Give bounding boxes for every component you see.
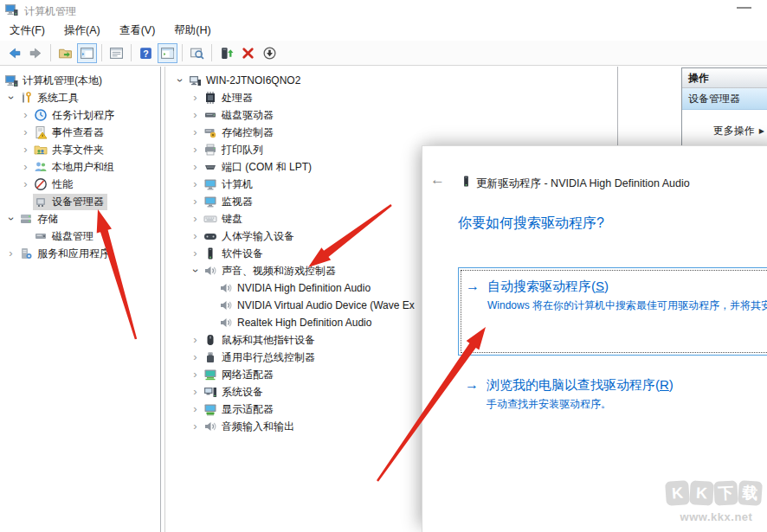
console-tree-item-task-scheduler[interactable]: ›任务计划程序 [0, 106, 160, 124]
toolbar-properties-button[interactable] [106, 43, 126, 63]
collapsed-chevron-icon[interactable]: › [188, 349, 203, 366]
storage-icon [19, 212, 33, 226]
actions-header: 操作 [682, 68, 767, 88]
tree-item-label: 软件设备 [222, 247, 263, 261]
hid-icon [203, 229, 217, 243]
console-tree-item-storage[interactable]: ›存储 [0, 210, 160, 228]
computer-management-window: { "window": { "title": "计算机管理" }, "menu"… [0, 0, 767, 532]
device-tree-item-computer-win-2jtnoi6qno2[interactable]: ›WIN-2JTNOI6QNO2 [166, 72, 617, 89]
collapsed-chevron-icon[interactable]: › [188, 176, 203, 193]
toolbar-disable-button[interactable] [260, 43, 280, 63]
expanded-chevron-icon[interactable]: › [3, 212, 20, 227]
find-icon [190, 46, 204, 61]
collapsed-chevron-icon[interactable]: › [188, 383, 203, 401]
device-tree-item-disk-drives[interactable]: ›磁盘驱动器 [166, 106, 617, 124]
toolbar-show-console-tree-button[interactable] [77, 43, 97, 63]
menu-view[interactable]: 查看(V) [110, 20, 165, 41]
option-browse-title: 浏览我的电脑以查找驱动程序(R) [487, 376, 674, 394]
collapsed-chevron-icon[interactable]: › [188, 245, 203, 262]
expanded-chevron-icon[interactable]: › [3, 91, 20, 106]
tree-item-label: 设备管理器 [52, 195, 104, 209]
tree-item-label: WIN-2JTNOI6QNO2 [206, 74, 300, 87]
toolbar-export-list-button[interactable] [55, 43, 75, 63]
collapsed-chevron-icon[interactable]: › [188, 331, 203, 349]
menu-action[interactable]: 操作(A) [55, 20, 110, 41]
console-tree-item-event-viewer[interactable]: ›事件查看器 [0, 124, 160, 141]
tree-item-label: 打印队列 [222, 143, 263, 157]
console-tree-item-system-tools[interactable]: ›系统工具 [0, 89, 160, 106]
collapsed-chevron-icon[interactable]: › [188, 124, 203, 141]
collapsed-chevron-icon[interactable]: › [188, 158, 203, 176]
device-tree-item-storage-controllers[interactable]: ›存储控制器 [166, 124, 617, 141]
storage-controller-icon [203, 125, 217, 139]
dialog-title: 更新驱动程序 - NVIDIA High Definition Audio [476, 176, 690, 191]
update-driver-icon [219, 46, 234, 61]
option-arrow-icon: → [466, 278, 480, 313]
minimize-button[interactable] [737, 7, 751, 9]
option-auto-search-drivers[interactable]: → 自动搜索驱动程序(S) Windows 将在你的计算机中搜索最佳可用驱动程序… [458, 267, 767, 356]
toolbar-forward-button[interactable] [26, 43, 46, 63]
toolbar-help-button[interactable]: ? [136, 43, 156, 63]
toolbar-uninstall-button[interactable] [238, 43, 258, 63]
menu-help[interactable]: 帮助(H) [164, 20, 220, 41]
collapsed-chevron-icon[interactable]: › [188, 401, 203, 418]
tree-item-label: 任务计划程序 [52, 108, 114, 123]
actions-device-manager-item[interactable]: 设备管理器 [682, 88, 767, 110]
dialog-back-button[interactable]: ← [430, 172, 445, 188]
display-adapter-icon [203, 402, 217, 416]
collapsed-chevron-icon[interactable]: › [188, 89, 203, 106]
sound-icon [203, 420, 217, 433]
device-tree-item-processors[interactable]: ›处理器 [166, 89, 617, 106]
pane-divider [164, 67, 165, 532]
tree-item-label: 存储 [37, 212, 58, 227]
watermark-block: K [689, 480, 713, 505]
expanded-chevron-icon[interactable]: › [171, 74, 189, 88]
collapsed-chevron-icon[interactable]: › [188, 141, 203, 158]
toolbar-find-button[interactable] [187, 43, 207, 63]
usb-icon [203, 350, 217, 364]
console-tree-item-shared-folders[interactable]: ›共享文件夹 [0, 141, 160, 158]
services-icon [19, 247, 33, 260]
toolbar-back-button[interactable] [4, 43, 24, 63]
window-title: 计算机管理 [24, 4, 76, 19]
collapsed-chevron-icon[interactable]: › [188, 193, 203, 210]
collapsed-chevron-icon[interactable]: › [188, 228, 203, 245]
device-icon [460, 174, 473, 189]
software-device-icon [203, 247, 217, 260]
collapsed-chevron-icon[interactable]: › [18, 158, 33, 176]
watermark: KK下载 www.kkx.net [666, 481, 767, 523]
collapsed-chevron-icon[interactable]: › [18, 141, 33, 158]
collapsed-chevron-icon[interactable]: › [188, 210, 203, 228]
menu-bar: 文件(F)操作(A)查看(V)帮助(H) [0, 20, 767, 41]
collapsed-chevron-icon[interactable]: › [188, 106, 203, 124]
console-tree-item-performance[interactable]: ›性能 [0, 176, 160, 193]
collapsed-chevron-icon[interactable]: › [3, 245, 18, 262]
console-tree-item-local-users-and-groups[interactable]: ›本地用户和组 [0, 158, 160, 176]
console-tree-item-disk-management[interactable]: 磁盘管理 [0, 228, 160, 245]
option-browse-computer[interactable]: → 浏览我的电脑以查找驱动程序(R) 手动查找并安装驱动程序。 [465, 376, 674, 412]
toolbar-show-action-pane-button[interactable] [158, 43, 177, 63]
collapsed-chevron-icon[interactable]: › [188, 418, 203, 435]
help-icon: ? [139, 46, 153, 61]
update-driver-dialog: ← 更新驱动程序 - NVIDIA High Definition Audio … [422, 145, 767, 532]
tree-item-label: 监视器 [222, 195, 253, 209]
toolbar-update-driver-button[interactable] [216, 43, 236, 63]
tree-item-label: 服务和应用程序 [37, 247, 110, 261]
console-tree-pane: 计算机管理(本地)›系统工具›任务计划程序›事件查看器›共享文件夹›本地用户和组… [0, 67, 161, 532]
console-tree-item-services-and-applications[interactable]: ›服务和应用程序 [0, 245, 160, 262]
collapsed-chevron-icon[interactable]: › [18, 124, 33, 141]
tree-item-label: 磁盘驱动器 [222, 108, 274, 123]
toolbar-separator [182, 44, 183, 61]
tree-item-label: NVIDIA Virtual Audio Device (Wave Ex [237, 299, 415, 311]
tree-item-label: 共享文件夹 [52, 143, 104, 157]
console-tree-item-computer-management-local[interactable]: 计算机管理(本地) [0, 72, 160, 89]
more-actions-item[interactable]: 更多操作 ▶ [682, 122, 767, 139]
ports-icon [203, 160, 217, 174]
system-devices-icon [203, 385, 217, 399]
console-tree-item-device-manager[interactable]: 设备管理器 [0, 193, 160, 210]
collapsed-chevron-icon[interactable]: › [188, 366, 203, 383]
collapsed-chevron-icon[interactable]: › [18, 176, 33, 193]
collapsed-chevron-icon[interactable]: › [18, 106, 33, 124]
expanded-chevron-icon[interactable]: › [187, 264, 204, 279]
menu-file[interactable]: 文件(F) [0, 20, 55, 41]
